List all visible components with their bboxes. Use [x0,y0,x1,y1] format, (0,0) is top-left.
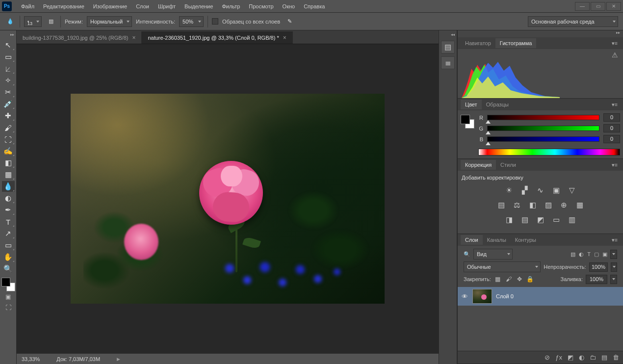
canvas[interactable] [17,44,439,353]
tab-navigator[interactable]: Навигатор [461,38,495,48]
blend-mode[interactable]: Обычные [464,261,541,272]
tool-path-select[interactable]: ↗ [2,228,15,239]
levels-icon[interactable]: ▞ [519,185,530,195]
new-group-icon[interactable]: 🗀 [590,354,596,361]
tool-crop[interactable]: ✂ [2,87,15,98]
tool-history-brush[interactable]: ✍ [2,146,15,156]
tool-brush[interactable]: 🖌 [2,122,15,133]
exposure-icon[interactable]: ▣ [551,185,562,195]
menu-layer[interactable]: Слои [131,1,154,12]
green-slider[interactable] [487,126,599,131]
panel-menu-icon[interactable]: ▾≡ [609,101,620,109]
tool-eraser[interactable]: ◧ [2,157,15,168]
warning-icon[interactable]: ⚠ [612,51,618,59]
toolbox-expand[interactable]: ▸▸ [10,32,14,39]
layer-style-icon[interactable]: ƒx [555,354,562,361]
bw-icon[interactable]: ◧ [527,200,538,210]
tab-styles[interactable]: Стили [496,160,520,170]
red-slider[interactable] [487,115,599,120]
gradmap-icon[interactable]: ▭ [551,215,562,225]
tool-shape[interactable]: ▭ [2,240,15,251]
photofilter-icon[interactable]: ▨ [543,200,554,210]
document-tab[interactable]: building-1377538_1920.jpg @ 25% (RGB/8) … [17,31,142,44]
tool-marquee[interactable]: ▭ [2,52,15,62]
tab-layers[interactable]: Слои [461,235,483,245]
tab-swatches[interactable]: Образцы [482,100,513,109]
tab-histogram[interactable]: Гистограмма [495,38,537,48]
balance-icon[interactable]: ⚖ [512,200,522,210]
mixer-icon[interactable]: ⊕ [559,200,570,210]
hue-icon[interactable]: ▤ [496,200,507,210]
document-tab[interactable]: nature-2360351_1920.jpg @ 33,3% (Слой 0,… [142,31,292,44]
blue-value[interactable]: 0 [603,135,620,143]
menu-filter[interactable]: Фильтр [217,1,244,12]
filter-smart-icon[interactable]: ▣ [602,251,607,258]
tab-channels[interactable]: Каналы [483,235,511,245]
new-layer-icon[interactable]: ▤ [601,354,607,361]
layer-item[interactable]: 👁 Слой 0 [458,287,623,306]
dock-expand[interactable]: ◂◂ [451,32,455,39]
tool-eyedropper[interactable]: 💉 [2,99,15,109]
tool-blur[interactable]: 💧 [2,181,15,192]
opacity-dropdown[interactable] [611,262,617,272]
pressure-icon[interactable]: ✎ [284,16,295,27]
color-well[interactable] [461,115,474,129]
menu-edit[interactable]: Редактирование [39,1,89,12]
tab-paths[interactable]: Контуры [511,235,541,245]
tool-hand[interactable]: ✋ [2,252,15,262]
opacity-value[interactable]: 100% [589,262,608,272]
layer-mask-icon[interactable]: ◩ [568,354,573,361]
menu-help[interactable]: Справка [299,1,329,12]
tool-lasso[interactable]: ⟀ [2,63,15,74]
tool-stamp[interactable]: ⛶ [2,134,15,145]
properties-panel-icon[interactable]: ≣ [441,56,455,69]
tool-move[interactable]: ↖ [2,40,15,51]
brightness-icon[interactable]: ☀ [504,185,515,195]
tool-dodge[interactable]: ◐ [2,193,15,204]
filter-adjust-icon[interactable]: ◐ [579,251,584,258]
tool-gradient[interactable]: ▦ [2,169,15,180]
menu-window[interactable]: Окно [278,1,300,12]
lock-position-icon[interactable]: ✥ [516,275,523,283]
foreground-swatch[interactable] [1,278,10,286]
tab-adjustments[interactable]: Коррекция [461,160,496,170]
sample-all-checkbox[interactable] [212,18,218,25]
menu-view[interactable]: Просмотр [244,1,278,12]
panel-menu-icon[interactable]: ▾≡ [609,161,620,169]
workspace-select[interactable]: Основная рабочая среда [528,16,618,27]
delete-layer-icon[interactable]: 🗑 [613,354,619,361]
blue-slider[interactable] [487,136,599,142]
menu-select[interactable]: Выделение [180,1,217,12]
brush-panel-toggle[interactable]: ▥ [46,16,56,27]
menu-type[interactable]: Шрифт [154,1,180,12]
red-value[interactable]: 0 [603,113,620,122]
filter-pixel-icon[interactable]: ▧ [571,251,575,258]
strength-select[interactable]: 50% [179,16,204,27]
layer-name[interactable]: Слой 0 [496,293,514,299]
quickmask-toggle[interactable]: ▣ [2,292,15,301]
menu-image[interactable]: Изображение [89,1,131,12]
maximize-button[interactable]: ▭ [591,2,605,11]
new-fill-icon[interactable]: ◐ [579,354,584,361]
zoom-level[interactable]: 33,33% [22,356,40,362]
tab-color[interactable]: Цвет [461,100,482,109]
panels-collapse[interactable]: ▸▸ [616,30,620,37]
screenmode-toggle[interactable]: ⛶ [2,303,15,312]
lookup-icon[interactable]: ▦ [574,200,585,210]
tool-wand[interactable]: ✧ [2,75,15,86]
link-layers-icon[interactable]: ⊘ [545,354,550,361]
tool-pen[interactable]: ✒ [2,205,15,215]
posterize-icon[interactable]: ▤ [519,215,530,225]
fill-dropdown[interactable] [610,275,617,284]
panel-menu-icon[interactable]: ▾≡ [609,236,620,244]
status-flyout[interactable]: ▶ [117,357,120,362]
tool-type[interactable]: T [2,216,15,227]
lock-transparent-icon[interactable]: ▦ [494,275,502,283]
menu-file[interactable]: Файл [17,1,39,12]
threshold-icon[interactable]: ◩ [535,215,546,225]
lock-all-icon[interactable]: 🔒 [526,275,534,283]
visibility-icon[interactable]: 👁 [461,293,468,300]
selcolor-icon[interactable]: ▥ [567,215,577,225]
filter-shape-icon[interactable]: ▢ [594,251,599,258]
layer-filter-kind[interactable]: Вид [473,249,513,260]
